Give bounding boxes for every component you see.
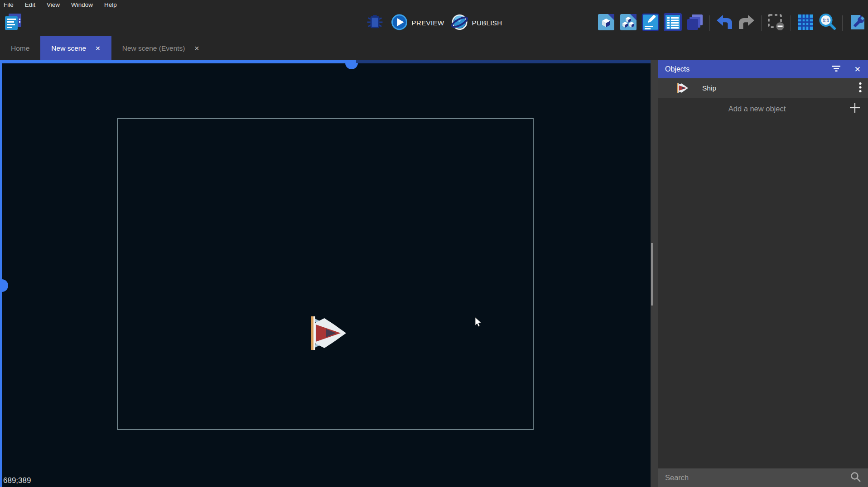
cursor-coordinates-label: 689;389 [3, 476, 31, 485]
undo-button[interactable] [715, 14, 733, 32]
game-window-frame [117, 118, 534, 430]
grid-icon [796, 13, 815, 33]
layers-icon [686, 13, 704, 33]
vertical-scrollbar-thumb[interactable] [651, 243, 653, 306]
settings-button[interactable] [848, 14, 866, 32]
grid-button[interactable] [796, 14, 815, 32]
objects-search-bar [658, 468, 868, 487]
tab-label: New scene (Events) [122, 44, 185, 53]
search-icon [850, 471, 862, 485]
publish-globe-icon [450, 13, 468, 33]
publish-button[interactable]: PUBLISH [450, 13, 502, 33]
svg-text:1:1: 1:1 [823, 18, 829, 23]
panel-focus-border-left [0, 60, 2, 487]
preview-label: PREVIEW [412, 19, 444, 27]
main-toolbar: PREVIEW PUBLISH [0, 10, 868, 36]
ship-thumbnail-icon [675, 82, 689, 95]
add-new-object-label: Add a new object [665, 105, 849, 113]
tab-new-scene-events[interactable]: New scene (Events) ✕ [111, 36, 210, 60]
object-groups-button[interactable] [619, 14, 637, 32]
instances-list-button[interactable] [664, 14, 682, 32]
project-manager-icon [3, 13, 24, 33]
objects-editor-button[interactable] [597, 14, 615, 32]
toolbar-right-group: 1:1 [597, 10, 866, 36]
menu-view[interactable]: View [47, 0, 60, 10]
objects-editor-icon [597, 13, 615, 33]
scene-canvas[interactable]: 689;389 [0, 60, 651, 487]
toolbar-separator [761, 15, 762, 31]
tab-home[interactable]: Home [0, 36, 40, 60]
close-icon[interactable]: ✕ [194, 45, 199, 52]
preview-button[interactable]: PREVIEW [391, 13, 444, 33]
object-groups-icon [619, 13, 637, 33]
objects-panel-header: Objects ✕ [658, 60, 868, 78]
redo-button[interactable] [738, 14, 756, 32]
deselect-button[interactable] [767, 14, 785, 32]
debug-icon [366, 14, 384, 33]
project-manager-button[interactable] [3, 13, 24, 33]
panel-resize-handle-left[interactable] [2, 279, 8, 292]
menu-edit[interactable]: Edit [25, 0, 35, 10]
filter-icon[interactable] [832, 65, 841, 74]
panel-divider[interactable] [651, 60, 658, 487]
objects-panel: Objects ✕ [658, 60, 868, 487]
object-list-item-ship[interactable]: Ship [658, 78, 868, 98]
plus-icon [849, 102, 861, 115]
toolbar-separator [842, 15, 843, 31]
main-area: 689;389 Objects ✕ [0, 60, 868, 487]
toolbar-center-group: PREVIEW PUBLISH [366, 10, 502, 36]
publish-label: PUBLISH [472, 19, 502, 27]
properties-pencil-icon [641, 13, 660, 33]
menu-file[interactable]: File [4, 0, 14, 10]
objects-panel-title: Objects [665, 65, 832, 73]
panel-focus-border-top [0, 60, 356, 63]
properties-button[interactable] [641, 14, 660, 32]
zoom-1-1-icon: 1:1 [819, 13, 837, 33]
preview-play-icon [391, 13, 409, 33]
undo-icon [715, 14, 733, 32]
toolbar-separator [709, 15, 710, 31]
ship-sprite-instance[interactable] [305, 314, 346, 353]
mouse-cursor [475, 317, 482, 327]
debug-button[interactable] [366, 14, 384, 32]
menu-help[interactable]: Help [104, 0, 117, 10]
add-new-object-button[interactable]: Add a new object [658, 98, 868, 119]
panel-resize-handle-top[interactable] [345, 63, 358, 69]
zoom-1-1-button[interactable]: 1:1 [819, 14, 837, 32]
tab-label: Home [11, 44, 29, 53]
deselect-icon [767, 13, 785, 33]
menu-bar: File Edit View Window Help [0, 0, 868, 10]
instances-list-icon [664, 13, 682, 33]
layers-button[interactable] [686, 14, 704, 32]
close-icon[interactable]: ✕ [854, 66, 861, 73]
tab-new-scene[interactable]: New scene ✕ [40, 36, 111, 60]
kebab-menu-icon[interactable] [859, 82, 862, 95]
editor-tab-bar: Home New scene ✕ New scene (Events) ✕ [0, 36, 868, 60]
objects-list-empty-area [658, 119, 868, 468]
tab-label: New scene [51, 44, 86, 53]
settings-wrench-icon [848, 13, 866, 33]
close-icon[interactable]: ✕ [95, 45, 101, 52]
toolbar-separator [791, 15, 791, 31]
search-input[interactable] [664, 473, 850, 482]
redo-icon [738, 14, 756, 32]
panel-border-top-inactive [356, 60, 651, 63]
object-name: Ship [702, 84, 859, 92]
menu-window[interactable]: Window [71, 0, 93, 10]
